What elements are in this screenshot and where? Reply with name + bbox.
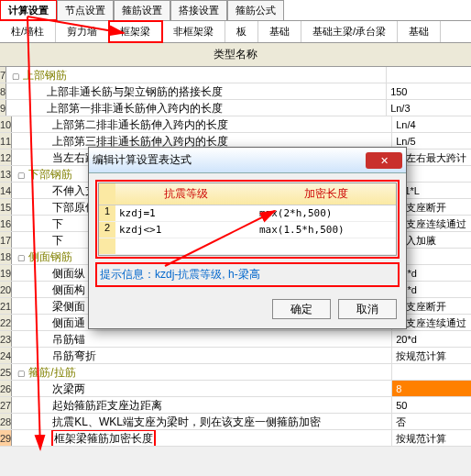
row-num: 21 [0,298,12,314]
value-cell[interactable]: Ln/3 [386,100,471,116]
tab-calc-settings[interactable]: 计算设置 [0,0,57,20]
tab-stirrup-formula[interactable]: 箍筋公式 [227,0,284,20]
grid-cell[interactable]: max(2*h,500) [256,205,396,221]
subtab-foundation2[interactable]: 基础 [398,21,441,42]
edit-expression-dialog: 编辑计算设置表达式 ✕ 抗震等级 加密长度 1 kzdj=1 max(2*h,5… [88,147,407,329]
row-num: 10 [0,116,12,132]
cancel-button[interactable]: 取消 [338,299,397,319]
value-cell[interactable]: 20*d [391,331,471,347]
row-num: 11 [0,133,12,149]
sub-tabs: 柱/墙柱 剪力墙 框架梁 非框架梁 板 基础 基础主梁/承台梁 基础 [0,21,471,43]
row-num: 17 [0,232,12,248]
tab-stirrup-settings[interactable]: 箍筋设置 [114,0,170,20]
subtab-shearwall[interactable]: 剪力墙 [56,21,109,42]
row-num: 27 [0,397,12,413]
col-seismic: 抗震等级 [115,183,256,205]
hint-text: 提示信息：kzdj-抗震等级, h-梁高 [98,265,397,284]
value-cell[interactable]: Ln/4 [391,116,471,132]
grid-header: 类型名称 [0,43,471,67]
subtab-frame-beam[interactable]: 框架梁 [109,21,162,42]
setting-label[interactable]: 上部第二排非通长筋伸入跨内的长度 [12,116,391,132]
row-num: 14 [0,183,12,198]
collapse-icon[interactable]: ▢ [17,253,26,262]
row-num: 28 [0,414,12,429]
setting-label[interactable]: 吊筋锚 [12,331,391,347]
row-num: 8 [0,83,6,99]
value-cell[interactable]: 按规范计算 [391,348,471,363]
row-num: 13 [0,166,12,182]
grid-rownum: 2 [99,222,115,238]
collapse-icon[interactable]: ▢ [17,369,26,378]
row-num: 16 [0,216,12,231]
setting-label[interactable]: 次梁两 [12,381,391,396]
row-num: 29 [0,430,12,446]
row-num: 18 [0,249,12,264]
top-tabs: 计算设置 节点设置 箍筋设置 搭接设置 箍筋公式 [0,0,471,21]
value-cell[interactable]: 50 [391,397,471,413]
value-cell[interactable] [386,67,471,83]
row-num: 12 [0,149,12,165]
row-num: 9 [0,100,6,116]
collapse-icon[interactable]: ▢ [12,72,20,81]
tab-node-settings[interactable]: 节点设置 [57,0,114,20]
grid-cell[interactable]: kzdj=1 [115,205,256,221]
group-top-rebar[interactable]: ▢上部钢筋 [6,67,386,83]
col-length: 加密长度 [256,183,396,205]
setting-label[interactable]: 抗震KL、WKL端支座为梁时，则在该支座一侧箍筋加密 [12,414,391,429]
row-num: 23 [0,331,12,347]
setting-label[interactable]: 吊筋弯折 [12,348,391,363]
row-num: 26 [0,381,12,396]
setting-label[interactable]: 起始箍筋距支座边距离 [12,397,391,413]
collapse-icon[interactable]: ▢ [17,171,26,180]
ok-button[interactable]: 确定 [272,299,331,319]
dialog-titlebar[interactable]: 编辑计算设置表达式 ✕ [89,148,406,173]
row-num: 15 [0,199,12,215]
row-num: 24 [0,348,12,363]
value-cell[interactable] [391,364,471,380]
expression-grid: 抗震等级 加密长度 1 kzdj=1 max(2*h,500) 2 kzdj<>… [98,183,397,256]
grid-cell[interactable]: max(1.5*h,500) [256,222,396,238]
setting-label[interactable]: 上部非通长筋与架立钢筋的搭接长度 [6,83,386,99]
subtab-slab[interactable]: 板 [225,21,258,42]
setting-label[interactable]: 框架梁箍筋加密长度 [12,430,391,446]
row-num: 7 [0,67,6,83]
row-num: 25 [0,364,12,380]
value-cell[interactable]: 8 [391,381,471,396]
grid-cell[interactable]: kzdj<>1 [115,222,256,238]
grid-rownum: 1 [99,205,115,221]
subtab-foundation-beam[interactable]: 基础主梁/承台梁 [301,21,398,42]
value-cell[interactable]: 150 [386,83,471,99]
dialog-title: 编辑计算设置表达式 [93,152,366,168]
row-num: 20 [0,282,12,297]
row-num: 19 [0,265,12,281]
tab-lap-settings[interactable]: 搭接设置 [170,0,227,20]
subtab-foundation[interactable]: 基础 [258,21,301,42]
row-num: 22 [0,315,12,330]
group-stirrup[interactable]: ▢箍筋/拉筋 [12,364,391,380]
subtab-nonframe-beam[interactable]: 非框架梁 [162,21,225,42]
value-cell[interactable]: 按规范计算 [391,430,471,446]
value-cell[interactable]: 否 [391,414,471,429]
subtab-column[interactable]: 柱/墙柱 [0,21,56,42]
setting-label[interactable]: 上部第一排非通长筋伸入跨内的长度 [6,100,386,116]
close-icon[interactable]: ✕ [366,152,402,169]
